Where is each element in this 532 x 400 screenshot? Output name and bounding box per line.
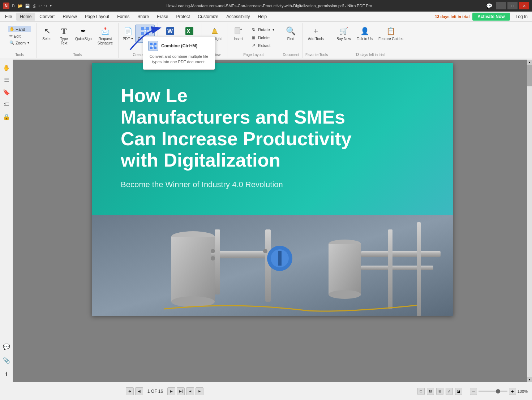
zoom-out-button[interactable]: −	[470, 388, 477, 395]
type-text-icon: T	[59, 26, 69, 36]
rotate-label: Rotate	[258, 27, 270, 32]
zoom-tool-button[interactable]: 🔍 Zoom ▼	[8, 40, 31, 46]
ribbon-group-handtools: ✋ Hand ✏ Edit 🔍 Zoom ▼ Tools	[3, 23, 37, 58]
extract-button[interactable]: ↗ Extract	[249, 42, 276, 49]
zoom-in-button[interactable]: +	[509, 388, 516, 395]
activate-button[interactable]: Activate Now	[472, 13, 510, 21]
titlebar-undo[interactable]: ↩	[38, 4, 42, 8]
sidebar-security-icon[interactable]: 🔒	[1, 112, 12, 122]
menubar: File Home Convert Review Page Layout For…	[0, 12, 532, 22]
select-button[interactable]: ↖ Select	[39, 25, 55, 43]
titlebar-icon-new[interactable]: 🗋	[12, 4, 16, 8]
add-tools-button[interactable]: + Add Tools	[305, 25, 326, 43]
view-single-button[interactable]: □	[417, 388, 425, 395]
titlebar-icon-open[interactable]: 📂	[18, 4, 23, 8]
scroll-down-button[interactable]: ▼	[527, 377, 532, 382]
insert-icon	[233, 26, 243, 36]
view-spread-button[interactable]: ⊞	[436, 388, 443, 395]
zoom-label-btn: Zoom	[16, 41, 26, 45]
vertical-scrollbar[interactable]: ▲ ▼	[527, 60, 532, 382]
edit-tool-button[interactable]: ✏ Edit	[8, 33, 31, 39]
login-link[interactable]: Log In	[513, 14, 531, 19]
svg-point-35	[263, 249, 267, 253]
rotate-button[interactable]: ↻ Rotate ▼	[249, 26, 276, 33]
request-sig-button[interactable]: 📩 RequestSignature	[95, 25, 116, 47]
view-fullscreen-button[interactable]: ⤢	[446, 388, 453, 395]
minimize-button[interactable]: ─	[496, 2, 506, 9]
sidebar-info-icon[interactable]: ℹ	[1, 369, 12, 379]
svg-text:W: W	[167, 28, 173, 34]
combine-tooltip: Combine (Ctrl+M) Convert and combine mul…	[143, 36, 215, 70]
quicksign-button[interactable]: ✒ QuickSign	[73, 25, 94, 43]
sidebar-pages-icon[interactable]: ☰	[1, 75, 12, 85]
svg-point-34	[211, 256, 215, 261]
pagelayout-group-label: Page Layout	[230, 52, 276, 58]
tools-group-label: Tools	[6, 52, 33, 58]
menu-help[interactable]: Help	[254, 13, 271, 21]
pdf-image-section	[92, 215, 453, 316]
pdf-button[interactable]: 📄 PDF ▼	[121, 25, 134, 43]
view-continuous-button[interactable]: ⊟	[427, 388, 434, 395]
menu-pagelayout[interactable]: Page Layout	[81, 13, 113, 21]
menu-forms[interactable]: Forms	[113, 13, 133, 21]
sidebar-hand-icon[interactable]: ✋	[1, 63, 12, 73]
menu-review[interactable]: Review	[59, 13, 80, 21]
titlebar-dropdown[interactable]: ▼	[49, 4, 52, 8]
nav-next-button[interactable]: ▶|	[177, 387, 185, 395]
menu-share[interactable]: Share	[134, 13, 153, 21]
menu-customize[interactable]: Customize	[194, 13, 222, 21]
type-text-button[interactable]: T TypeText	[56, 25, 72, 47]
maximize-button[interactable]: □	[507, 2, 518, 9]
select-label: Select	[42, 37, 52, 41]
menu-erase[interactable]: Erase	[153, 13, 172, 21]
delete-button[interactable]: 🗑 Delete	[249, 34, 276, 41]
nav-first-button[interactable]: ⏮	[126, 387, 134, 395]
select-group-label: Tools	[39, 52, 115, 58]
edit-icon: ✏	[9, 34, 13, 38]
sidebar-attach-icon[interactable]: 📎	[1, 355, 12, 365]
feature-guides-button[interactable]: 📋 Feature Guides	[376, 25, 406, 43]
find-button[interactable]: 🔍 Find	[283, 25, 299, 43]
nav-play-button[interactable]: ▶	[167, 387, 175, 395]
scroll-up-button[interactable]: ▲	[527, 60, 532, 65]
nav-prev-button[interactable]: ◀	[135, 387, 143, 395]
titlebar-icon-save[interactable]: 💾	[25, 4, 30, 8]
buytools-group-label: 13 days left in trial	[334, 52, 406, 58]
trial-badge: 13 days left in trial	[435, 14, 469, 19]
menu-accessibility[interactable]: Accessibility	[223, 13, 253, 21]
menu-home[interactable]: Home	[16, 13, 35, 21]
nav-fwd-button[interactable]: ►	[196, 387, 203, 395]
chat-icon[interactable]: 💬	[486, 3, 492, 9]
menu-convert[interactable]: Convert	[36, 13, 58, 21]
scroll-thumb[interactable]	[527, 65, 532, 86]
to-word-icon: W	[165, 26, 175, 36]
nav-back-button[interactable]: ◄	[186, 387, 194, 395]
titlebar: N 🗋 📂 💾 🖨 ↩ ↪ ▼ How-Leading-Manufacturer…	[0, 0, 532, 12]
type-text-label: TypeText	[60, 37, 68, 46]
svg-rect-29	[361, 251, 441, 257]
hand-tool-button[interactable]: ✋ Hand	[8, 26, 31, 32]
talk-icon: 👤	[360, 26, 370, 36]
status-divider	[466, 388, 466, 395]
talk-to-us-button[interactable]: 👤 Talk to Us	[354, 25, 375, 43]
page-navigation: ⏮ ◀ 1 OF 16 ▶ ▶| ◄ ►	[126, 387, 203, 395]
view-mode-button[interactable]: ◪	[455, 388, 462, 395]
select-icon: ↖	[42, 26, 52, 36]
favtools-group-label: Favorite Tools	[305, 52, 328, 58]
close-button[interactable]: ✕	[519, 2, 529, 9]
zoom-slider[interactable]	[479, 391, 507, 392]
titlebar-icon-print[interactable]: 🖨	[32, 4, 36, 8]
sidebar-tags-icon[interactable]: 🏷	[1, 99, 12, 109]
buy-now-button[interactable]: 🛒 Buy Now	[334, 25, 353, 43]
svg-rect-32	[417, 222, 421, 316]
insert-button[interactable]: Insert	[230, 25, 246, 43]
svg-rect-25	[278, 251, 282, 266]
menu-protect[interactable]: Protect	[173, 13, 194, 21]
titlebar-redo[interactable]: ↪	[44, 4, 47, 8]
status-right-controls: □ ⊟ ⊞ ⤢ ◪ − + 100%	[417, 388, 528, 395]
sidebar-comments-icon[interactable]: 💬	[1, 341, 12, 352]
sidebar-bookmarks-icon[interactable]: 🔖	[1, 87, 12, 97]
menu-file[interactable]: File	[1, 13, 16, 21]
add-tools-label: Add Tools	[308, 37, 324, 41]
svg-rect-11	[212, 33, 218, 34]
